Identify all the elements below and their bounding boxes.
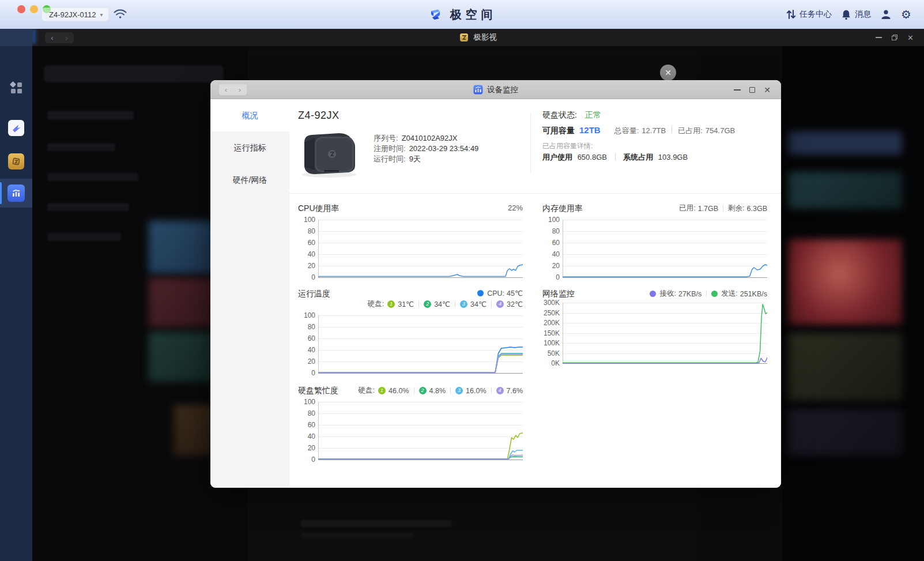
- user-usage-value: 650.8GB: [578, 153, 607, 161]
- serial-value: Z0410102A92JX: [402, 134, 458, 142]
- dock-item-transfer[interactable]: [0, 119, 32, 137]
- zspace-logo-icon: [428, 7, 443, 22]
- y-tick: 100: [304, 311, 315, 319]
- chart-plot: 100806040200: [298, 315, 523, 373]
- minimize-icon[interactable]: [876, 37, 882, 38]
- legend-value: 34℃: [470, 300, 486, 308]
- close-icon[interactable]: ✕: [907, 33, 914, 42]
- device-photo: [297, 130, 361, 178]
- registered-value: 2022-03-29 23:54:49: [409, 144, 479, 153]
- section-divider: [289, 193, 781, 194]
- app-title: 极空间: [450, 7, 497, 22]
- blurred-menu-item: [47, 143, 115, 151]
- movie-window-title: 极影视: [32, 29, 924, 46]
- blurred-menu-item: [47, 203, 129, 211]
- messages-button[interactable]: 消息: [841, 9, 871, 20]
- legend-dot: [650, 291, 656, 297]
- close-icon[interactable]: ✕: [764, 86, 771, 94]
- task-center-label: 任务中心: [799, 9, 832, 20]
- legend-dot: 3: [460, 300, 467, 308]
- chart-legend: 接收:27KB/s发送:251KB/s: [650, 289, 767, 299]
- y-tick: 60: [308, 334, 315, 342]
- blurred-poster: [788, 409, 902, 455]
- total-label: 总容量:: [614, 126, 639, 136]
- chart-header: 内存使用率已用:1.7GB剩余:6.3GB: [542, 204, 767, 214]
- uptime-label: 运行时间:: [374, 155, 406, 163]
- blurred-text: [301, 520, 452, 527]
- chart-title: CPU使用率: [298, 204, 340, 214]
- chart-legend: 硬盘:146.0%24.8%316.0%47.6%: [359, 386, 523, 396]
- monitor-app-icon: [7, 185, 25, 202]
- y-tick: 20: [552, 262, 560, 270]
- settings-button[interactable]: ⚙: [901, 9, 911, 20]
- legend-item: 剩余:6.3GB: [728, 204, 767, 213]
- dock-item-movies[interactable]: [0, 152, 32, 171]
- close-traffic-light[interactable]: [17, 5, 25, 13]
- monitor-app-icon: [473, 85, 483, 95]
- legend-row: CPU:45℃: [477, 289, 523, 298]
- tab-overview[interactable]: 概况: [210, 99, 289, 131]
- legend-separator: [723, 205, 723, 212]
- minimize-traffic-light[interactable]: [30, 5, 38, 13]
- legend-dot: 1: [387, 300, 395, 308]
- y-tick: 80: [308, 323, 315, 331]
- dock-item-monitor-active[interactable]: [0, 179, 32, 208]
- tab-metrics[interactable]: 运行指标: [210, 131, 289, 164]
- blurred-poster: [788, 172, 902, 209]
- legend-separator: [706, 291, 707, 297]
- chart-title: 内存使用率: [542, 204, 583, 214]
- legend-item: 146.0%: [378, 387, 409, 395]
- y-tick: 300K: [544, 299, 560, 307]
- movie-app-icon: [8, 153, 24, 170]
- gear-icon: ⚙: [901, 9, 911, 20]
- legend-separator: [491, 387, 492, 394]
- dock-top-strip: [0, 29, 32, 46]
- legend-value: 32℃: [507, 300, 523, 308]
- dialog-content: Z4-92JX 序列号:Z0410102A92JX 注册时间:2022-03-2…: [289, 99, 781, 488]
- grid-icon: [10, 81, 23, 95]
- movie-rightpane-blurred: [782, 46, 924, 561]
- legend-label: CPU:: [487, 289, 504, 298]
- legend-item: 432℃: [496, 300, 523, 308]
- legend-item: CPU:45℃: [477, 289, 523, 298]
- legend-dot: 2: [419, 387, 427, 394]
- series-CPU: [318, 347, 523, 372]
- dialog-controls: ✕: [734, 80, 771, 99]
- legend-item: 234℃: [424, 300, 450, 308]
- legend-dot: 2: [424, 300, 431, 308]
- monitor-icon-slot: [0, 184, 32, 202]
- player-close-button[interactable]: ✕: [660, 65, 676, 81]
- chart-network: 网络监控接收:27KB/s发送:251KB/s300K250K200K150K1…: [542, 289, 767, 366]
- uptime-row: 运行时间:9天: [374, 154, 478, 164]
- blurred-menu-item: [47, 111, 134, 120]
- plot-area: [318, 315, 523, 374]
- y-tick: 0: [311, 455, 315, 464]
- legend-value: 46.0%: [389, 387, 409, 395]
- dock-item-apps[interactable]: [0, 77, 32, 98]
- blurred-text: [301, 533, 414, 539]
- y-axis-labels: 300K250K200K150K100K50K0K: [542, 303, 560, 363]
- serial-row: 序列号:Z0410102A92JX: [374, 133, 478, 144]
- tab-hardware-network[interactable]: 硬件/网络: [210, 164, 289, 196]
- series-硬盘4: [318, 455, 523, 459]
- y-axis-labels: 100806040200: [298, 315, 315, 373]
- task-center-button[interactable]: 任务中心: [786, 9, 832, 20]
- minimize-icon[interactable]: [734, 89, 741, 91]
- plot-area: [318, 402, 523, 461]
- account-button[interactable]: [880, 9, 892, 20]
- device-selector[interactable]: Z4-92JX-0112 ▾: [42, 7, 109, 21]
- user-icon: [880, 9, 892, 20]
- maximize-icon[interactable]: [749, 87, 755, 93]
- chart-legend: CPU:45℃硬盘:131℃234℃334℃432℃: [368, 289, 523, 309]
- legend-dot: 3: [455, 387, 463, 394]
- messages-label: 消息: [855, 9, 871, 20]
- registered-row: 注册时间:2022-03-29 23:54:49: [374, 144, 478, 154]
- caret-down-icon: ▾: [100, 12, 103, 18]
- plot-area: [563, 220, 767, 278]
- legend-value: 45℃: [507, 289, 523, 298]
- restore-icon[interactable]: [892, 35, 897, 40]
- dialog-titlebar[interactable]: ‹ › 设备监控 ✕: [210, 80, 781, 99]
- chart-header: 运行温度CPU:45℃硬盘:131℃234℃334℃432℃: [298, 289, 523, 309]
- legend-value: 251KB/s: [740, 290, 767, 298]
- wifi-icon[interactable]: [113, 7, 127, 20]
